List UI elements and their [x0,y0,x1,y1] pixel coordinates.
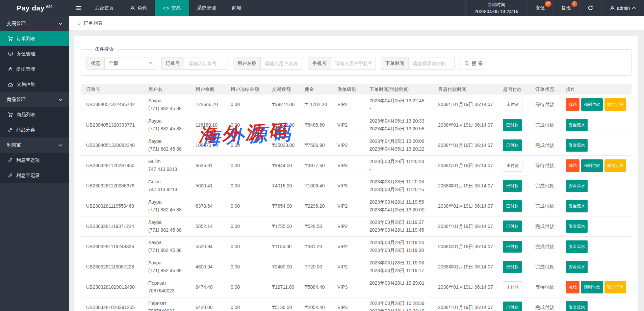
nav-item[interactable]: 商城 [224,0,250,16]
sidebar-item[interactable]: 利息宝选项 [0,153,69,168]
user-menu[interactable]: admin [601,0,644,16]
commission-cell: ₸5084.40 [300,277,332,297]
sidebar-group[interactable]: 商品管理 [0,92,69,107]
actions-cell: 冻结强制付款取消订单 [561,277,632,297]
refresh-icon [588,5,593,11]
paid-badge: 已付款 [503,119,522,131]
chevron-down-icon [58,144,62,147]
app-logo: Pay day V20 [0,0,69,16]
order-id-cell: UB2304051322485742 [81,95,143,115]
table-row: UB2303281120237950Gulim747 413 92136626.… [81,155,632,176]
search-button[interactable]: 搜 索 [460,57,487,70]
breadcrumb: » 订单列表 [69,16,644,31]
action-button[interactable]: 取消订单 [604,159,626,172]
status-filter: 状态 全部 [86,57,156,70]
sidebar-item[interactable]: 充值管理 [0,46,69,61]
order-id-cell: UB2303281029012490 [81,277,143,297]
last-pay-time-cell: 2038年01月19日 06:14:07 [433,135,498,155]
action-button[interactable]: 资金流水 [566,139,588,152]
actions-cell: 资金流水 [561,236,632,257]
nav-item[interactable]: 后台首页 [87,0,122,16]
action-button[interactable]: 冻结 [566,281,579,293]
table-row: UB2303281120086379Gulim747 413 92135020.… [81,176,632,196]
app-logo-version: V20 [46,5,53,9]
action-button[interactable]: 资金流水 [566,220,588,233]
column-header: 用户冻结金额 [226,84,267,95]
paid-badge: 已付款 [503,200,522,212]
recharge-badge: 47 [545,1,551,7]
sidebar-group[interactable]: 交易管理 [0,16,69,31]
order-status-cell: 完成付款 [530,236,561,257]
order-time-cell: 2023年03月28日 11:20:23- [364,155,433,176]
username-input[interactable] [261,57,303,69]
frozen-cell: 0.00 [226,297,267,311]
action-button[interactable]: 资金流水 [566,240,588,253]
recharge-button[interactable]: 充值 47 [527,0,553,16]
frozen-cell: 0.00 [226,216,267,236]
user-cell: Gulim747 413 9213 [143,176,190,196]
action-button[interactable]: 强制付款 [581,159,603,172]
paid-badge: 已付款 [503,139,522,151]
action-button[interactable]: 资金流水 [566,180,588,192]
action-button[interactable]: 资金流水 [566,261,588,273]
action-button[interactable]: 资金流水 [566,200,588,212]
action-button[interactable]: 资金流水 [566,301,588,311]
column-header: 交易数额 [267,84,300,95]
sidebar-item[interactable]: 交易控制 [0,77,69,92]
sidebar-item[interactable]: 商品分类 [0,122,69,137]
action-button[interactable]: 冻结 [566,159,579,172]
status-select[interactable]: 全部 [105,57,156,69]
nav-item[interactable]: 交易 [155,0,189,16]
sidebar-group-items: 订单列表充值管理提现管理交易控制 [0,31,69,92]
nav-item[interactable]: 系统管理 [189,0,224,16]
sidebar-item[interactable]: 订单列表 [0,31,69,46]
level-cell: VIP2 [332,95,364,115]
column-header: 用户余额 [190,84,226,95]
ordertime-input[interactable] [409,57,454,69]
level-cell: VIP2 [332,196,364,216]
nav-item-label: 后台首页 [95,5,114,11]
action-button[interactable]: 冻结 [566,98,579,111]
sidebar-item-label: 利息宝记录 [16,173,40,179]
sidebar-item[interactable]: 利息宝记录 [0,168,69,183]
withdraw-button[interactable]: 提现 0 [553,0,579,16]
nav-item[interactable]: 角色 [122,0,155,16]
order-id-cell: UB2303281119248326 [81,236,143,257]
paid-status-cell: 已付款 [498,176,530,196]
user-cell: Лаура(771) 882 45 88 [143,196,190,216]
refresh-button[interactable] [579,0,601,16]
search-panel-title: 条件搜索 [92,46,117,52]
sidebar-item-label: 提现管理 [16,66,35,72]
ordertime-filter-label: 下单时间 [381,57,409,69]
sidebar-collapse-button[interactable] [69,0,87,16]
table-row: UB2303281119559468Лаура(771) 882 45 8863… [81,196,632,216]
user-cell: Лаура(771) 882 45 88 [143,257,190,277]
column-header: 做单级别 [332,84,364,95]
action-button[interactable]: 资金流水 [566,119,588,131]
phone-input[interactable] [331,57,376,69]
table-row: UB2303281119371224Лаура(771) 882 45 8858… [81,216,632,236]
admin-screen: Pay day V20 后台首页角色交易系统管理商城 当地时间 2023-04-… [0,0,644,311]
order-status-cell: 等待付款 [530,155,561,176]
order-input[interactable] [184,57,228,69]
sidebar-item[interactable]: 商品列表 [0,107,69,122]
last-pay-time-cell: 2038年01月19日 06:14:07 [433,196,498,216]
action-button[interactable]: 取消订单 [604,98,626,111]
sidebar-group[interactable]: 利息宝 [0,137,69,153]
action-button[interactable]: 强制付款 [581,281,603,293]
paid-status-cell: 已付款 [498,115,530,135]
sidebar-item[interactable]: 提现管理 [0,61,69,77]
board-icon [8,51,13,56]
sidebar-item-label: 交易控制 [17,81,35,87]
user-cell: Перизат7087640023 [143,277,190,297]
actions-cell: 资金流水 [561,176,632,196]
link-icon [8,158,13,163]
order-time-cell: 2023年04月05日 13:22:48- [364,95,433,115]
content-area: 条件搜索 状态 全部 订单号 用户名称 [69,31,644,311]
withdraw-badge: 0 [571,1,577,7]
paid-status-cell: 已付款 [498,257,530,277]
balance-cell: 6420.00 [190,297,226,311]
balance-cell: 5852.14 [190,216,226,236]
action-button[interactable]: 取消订单 [604,281,626,293]
action-button[interactable]: 强制付款 [581,98,603,111]
